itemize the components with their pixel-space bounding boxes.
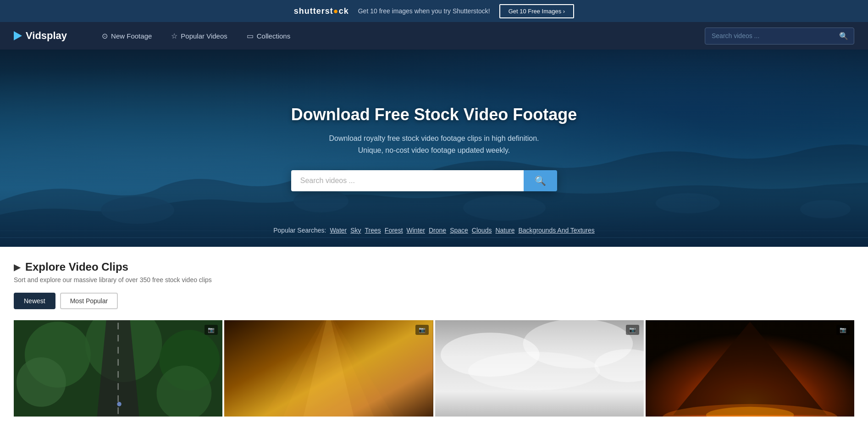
svg-point-4 bbox=[800, 200, 851, 218]
video-thumb-4[interactable]: 📷 bbox=[646, 320, 854, 417]
svg-point-2 bbox=[463, 195, 546, 221]
nav-popular-videos-label: Popular Videos bbox=[181, 32, 227, 40]
video-play-icon: ▶ bbox=[14, 261, 21, 272]
play-icon bbox=[14, 31, 22, 40]
popular-search-water[interactable]: Water bbox=[330, 227, 347, 234]
shutterstock-text: shutterst●ck bbox=[294, 6, 349, 16]
play-circle-icon: ⊙ bbox=[102, 32, 108, 40]
hero-subtitle-line2: Unique, no-cost video footage updated we… bbox=[358, 146, 510, 154]
popular-search-winter[interactable]: Winter bbox=[407, 227, 425, 234]
popular-searches: Popular Searches: Water Sky Trees Forest… bbox=[0, 227, 868, 234]
hero-subtitle-line1: Download royalty free stock video footag… bbox=[329, 134, 539, 142]
svg-point-11 bbox=[17, 357, 66, 407]
nav-search-bar: 🔍 bbox=[705, 28, 854, 44]
nav-popular-videos[interactable]: ☆ Popular Videos bbox=[164, 28, 234, 44]
hero-search-bar: 🔍 bbox=[291, 170, 557, 191]
filter-buttons: Newest Most Popular bbox=[14, 293, 854, 309]
nav-collections-label: Collections bbox=[257, 32, 290, 40]
thumb-3-visual bbox=[435, 320, 644, 417]
video-grid: 📷 bbox=[14, 320, 854, 417]
popular-search-trees[interactable]: Trees bbox=[365, 227, 381, 234]
nav-new-footage[interactable]: ⊙ New Footage bbox=[94, 28, 159, 44]
explore-header: ▶ Explore Video Clips bbox=[14, 261, 854, 273]
video-thumb-2[interactable]: 📷 bbox=[224, 320, 433, 417]
nav-collections[interactable]: ▭ Collections bbox=[239, 28, 298, 44]
explore-section: ▶ Explore Video Clips Sort and explore o… bbox=[0, 247, 868, 426]
hero-search-button[interactable]: 🔍 bbox=[524, 170, 557, 191]
hero-title: Download Free Stock Video Footage bbox=[291, 105, 577, 124]
nav-search-button[interactable]: 🔍 bbox=[834, 28, 854, 44]
navbar: Vidsplay ⊙ New Footage ☆ Popular Videos … bbox=[0, 22, 868, 50]
thumb-bg-3 bbox=[435, 320, 644, 417]
video-icon-2: 📷 bbox=[415, 325, 429, 335]
thumb-2-visual bbox=[224, 320, 433, 417]
popular-search-drone[interactable]: Drone bbox=[429, 227, 446, 234]
popular-search-backgrounds[interactable]: Backgrounds And Textures bbox=[518, 227, 594, 234]
popular-search-nature[interactable]: Nature bbox=[495, 227, 514, 234]
video-icon-3: 📷 bbox=[626, 325, 639, 335]
popular-search-sky[interactable]: Sky bbox=[350, 227, 361, 234]
explore-description: Sort and explore our massive library of … bbox=[14, 276, 854, 283]
hero-content: Download Free Stock Video Footage Downlo… bbox=[291, 105, 577, 191]
video-icon-4: 📷 bbox=[836, 325, 850, 335]
hero-subtitle: Download royalty free stock video footag… bbox=[291, 133, 577, 156]
nav-search-input[interactable] bbox=[705, 28, 834, 43]
video-thumb-3[interactable]: 📷 bbox=[435, 320, 644, 417]
popular-searches-label: Popular Searches: bbox=[273, 227, 326, 234]
explore-title: Explore Video Clips bbox=[25, 261, 128, 273]
svg-point-15 bbox=[117, 402, 122, 406]
hero-section: Download Free Stock Video Footage Downlo… bbox=[0, 50, 868, 247]
hero-search-input[interactable] bbox=[291, 170, 524, 191]
logo-dot: ● bbox=[333, 6, 339, 16]
thumb-bg-2 bbox=[224, 320, 433, 417]
collections-icon: ▭ bbox=[247, 32, 254, 40]
top-banner: shutterst●ck Get 10 free images when you… bbox=[0, 0, 868, 22]
nav-new-footage-label: New Footage bbox=[111, 32, 152, 40]
star-icon: ☆ bbox=[171, 32, 177, 40]
svg-point-1 bbox=[293, 189, 348, 212]
svg-point-3 bbox=[656, 193, 720, 213]
video-icon-1: 📷 bbox=[205, 325, 218, 335]
get-images-button[interactable]: Get 10 Free Images › bbox=[499, 4, 575, 18]
thumb-bg-1 bbox=[14, 320, 222, 417]
thumb-4-visual bbox=[646, 320, 854, 417]
svg-point-0 bbox=[101, 196, 174, 224]
svg-point-23 bbox=[468, 352, 600, 390]
popular-search-clouds[interactable]: Clouds bbox=[472, 227, 492, 234]
brand-name: Vidsplay bbox=[26, 30, 67, 42]
shutterstock-logo: shutterst●ck bbox=[294, 6, 349, 16]
thumb-1-visual bbox=[14, 320, 222, 417]
filter-newest[interactable]: Newest bbox=[14, 293, 55, 309]
brand-logo[interactable]: Vidsplay bbox=[14, 30, 67, 42]
nav-links: ⊙ New Footage ☆ Popular Videos ▭ Collect… bbox=[94, 28, 705, 44]
popular-search-space[interactable]: Space bbox=[450, 227, 468, 234]
filter-most-popular[interactable]: Most Popular bbox=[60, 293, 118, 309]
promo-text: Get 10 free images when you try Shutters… bbox=[358, 7, 490, 15]
popular-search-forest[interactable]: Forest bbox=[385, 227, 403, 234]
video-thumb-1[interactable]: 📷 bbox=[14, 320, 222, 417]
thumb-bg-4 bbox=[646, 320, 854, 417]
